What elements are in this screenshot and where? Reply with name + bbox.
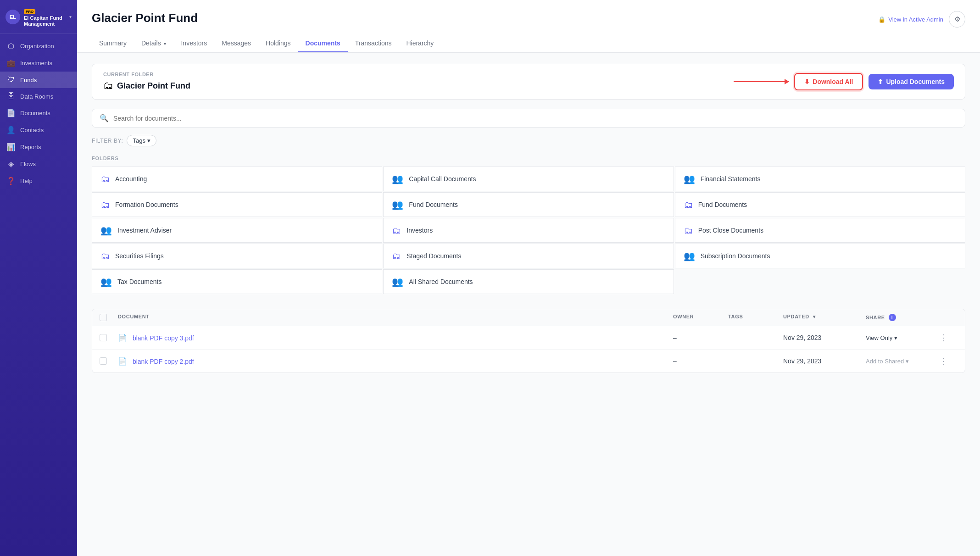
- tab-summary[interactable]: Summary: [92, 35, 134, 52]
- org-switcher[interactable]: EL PRO El Capitan Fund Management ▾: [0, 0, 77, 34]
- sidebar-item-investments[interactable]: 💼 Investments: [0, 55, 77, 72]
- sidebar-item-organization[interactable]: ⬡ Organization: [0, 38, 77, 55]
- arrow-indicator: [734, 81, 789, 82]
- current-folder-info: CURRENT FOLDER 🗂 Glacier Point Fund: [103, 72, 190, 92]
- upload-label: Upload Documents: [886, 78, 945, 85]
- folder-item-investors[interactable]: 🗂 Investors: [383, 218, 674, 243]
- share-cell: Add to Shared ▾: [866, 358, 939, 365]
- sidebar-item-data-rooms[interactable]: 🗄 Data Rooms: [0, 88, 77, 105]
- search-input[interactable]: [113, 115, 958, 122]
- current-folder-label: CURRENT FOLDER: [103, 72, 190, 77]
- settings-button[interactable]: ⚙: [949, 11, 965, 28]
- folder-icon: 🗂: [392, 225, 401, 236]
- share-column-header: SHARE i: [866, 314, 939, 321]
- select-all-checkbox[interactable]: [100, 314, 118, 321]
- help-icon: ❓: [6, 177, 16, 185]
- folder-item-name: Fund Documents: [409, 201, 458, 208]
- sidebar-item-label: Help: [20, 178, 33, 184]
- sidebar-item-contacts[interactable]: 👤 Contacts: [0, 122, 77, 139]
- folder-item-securities-filings[interactable]: 🗂 Securities Filings: [92, 244, 382, 268]
- chevron-down-icon: ▾: [69, 14, 72, 19]
- updated-cell: Nov 29, 2023: [783, 357, 866, 365]
- tab-transactions[interactable]: Transactions: [348, 35, 399, 52]
- data-rooms-icon: 🗄: [6, 92, 16, 100]
- folder-icon: 👥: [684, 173, 695, 184]
- tab-details[interactable]: Details ▾: [134, 35, 174, 52]
- sort-icon: ▼: [812, 314, 817, 319]
- row-checkbox[interactable]: [100, 334, 118, 341]
- folder-item-name: Staged Documents: [406, 252, 461, 260]
- sidebar-item-flows[interactable]: ◈ Flows: [0, 156, 77, 172]
- folder-bar: CURRENT FOLDER 🗂 Glacier Point Fund ⬇ Do…: [92, 64, 965, 100]
- folder-item-investment-adviser[interactable]: 👥 Investment Adviser: [92, 218, 382, 243]
- view-admin-label: View in Active Admin: [888, 16, 943, 23]
- sidebar-item-label: Funds: [20, 77, 37, 83]
- document-link[interactable]: blank PDF copy 3.pdf: [133, 334, 194, 342]
- folder-icon: 🗂: [392, 251, 401, 261]
- folder-item-fund-documents-1[interactable]: 👥 Fund Documents: [383, 192, 674, 217]
- folder-item-name: Financial Statements: [701, 175, 761, 183]
- folder-item-name: Investment Adviser: [117, 227, 172, 234]
- sidebar-item-documents[interactable]: 📄 Documents: [0, 105, 77, 122]
- folder-icon: 🗂: [103, 80, 113, 92]
- document-icon: 📄: [118, 357, 127, 365]
- sidebar-item-label: Investments: [20, 60, 52, 67]
- arrow-line: [734, 81, 789, 82]
- document-column-header: DOCUMENT: [118, 314, 673, 321]
- sidebar-item-label: Reports: [20, 144, 41, 150]
- chevron-down-icon: ▾: [147, 137, 150, 144]
- tab-messages[interactable]: Messages: [214, 35, 258, 52]
- upload-icon: ⬆: [878, 78, 883, 85]
- folder-item-tax-documents[interactable]: 👥 Tax Documents: [92, 269, 382, 294]
- view-admin-link[interactable]: 🔒 View in Active Admin: [878, 16, 943, 23]
- tags-column-header: TAGS: [728, 314, 783, 321]
- download-all-label: Download All: [813, 78, 853, 85]
- sidebar-item-funds[interactable]: 🛡 Funds: [0, 72, 77, 88]
- upload-documents-button[interactable]: ⬆ Upload Documents: [869, 74, 954, 89]
- folder-icon: 🗂: [100, 251, 110, 261]
- page-header: Glacier Point Fund 🔒 View in Active Admi…: [77, 0, 980, 53]
- folder-item-staged-documents[interactable]: 🗂 Staged Documents: [383, 244, 674, 268]
- document-link[interactable]: blank PDF copy 2.pdf: [133, 358, 194, 365]
- tab-documents[interactable]: Documents: [298, 35, 348, 52]
- document-name: 📄 blank PDF copy 3.pdf: [118, 334, 673, 342]
- row-checkbox[interactable]: [100, 357, 118, 365]
- folder-item-subscription-documents[interactable]: 👥 Subscription Documents: [675, 244, 965, 268]
- folder-item-capital-call[interactable]: 👥 Capital Call Documents: [383, 167, 674, 191]
- folder-item-name: All Shared Documents: [409, 278, 473, 285]
- folder-icon: 🗂: [684, 200, 693, 210]
- documents-table: DOCUMENT OWNER TAGS UPDATED ▼ SHARE i 📄 …: [92, 309, 965, 373]
- nav-tabs: SummaryDetails ▾InvestorsMessagesHolding…: [92, 35, 965, 52]
- sidebar-item-help[interactable]: ❓ Help: [0, 172, 77, 189]
- owner-column-header: OWNER: [673, 314, 728, 321]
- folder-item-fund-documents-2[interactable]: 🗂 Fund Documents: [675, 192, 965, 217]
- folder-item-name: Capital Call Documents: [409, 175, 476, 183]
- tab-hierarchy[interactable]: Hierarchy: [399, 35, 441, 52]
- tab-investors[interactable]: Investors: [173, 35, 214, 52]
- download-all-button[interactable]: ⬇ Download All: [794, 73, 863, 90]
- tab-holdings[interactable]: Holdings: [258, 35, 298, 52]
- document-name: 📄 blank PDF copy 2.pdf: [118, 357, 673, 366]
- more-actions[interactable]: ⋮: [939, 356, 958, 366]
- folder-item-all-shared[interactable]: 👥 All Shared Documents: [383, 269, 674, 294]
- folder-item-formation-documents[interactable]: 🗂 Formation Documents: [92, 192, 382, 217]
- sidebar-item-reports[interactable]: 📊 Reports: [0, 139, 77, 156]
- folder-icon: 👥: [392, 276, 403, 287]
- folder-item-name: Tax Documents: [117, 278, 161, 285]
- folder-item-financial-statements[interactable]: 👥 Financial Statements: [675, 167, 965, 191]
- share-dropdown[interactable]: Add to Shared ▾: [866, 358, 939, 365]
- more-actions[interactable]: ⋮: [939, 333, 958, 343]
- search-bar: 🔍: [92, 109, 965, 128]
- folder-item-accounting[interactable]: 🗂 Accounting: [92, 167, 382, 191]
- folder-item-name: Investors: [406, 227, 433, 234]
- share-dropdown[interactable]: View Only ▾: [866, 334, 939, 341]
- tags-filter-button[interactable]: Tags ▾: [127, 135, 156, 146]
- org-name: El Capitan Fund Management: [24, 15, 66, 27]
- folder-item-name: Fund Documents: [698, 201, 747, 208]
- organization-icon: ⬡: [6, 42, 16, 50]
- folder-item-post-close[interactable]: 🗂 Post Close Documents: [675, 218, 965, 243]
- folders-grid: 🗂 Accounting 👥 Capital Call Documents 👥 …: [92, 167, 965, 294]
- documents-icon: 📄: [6, 109, 16, 117]
- updated-cell: Nov 29, 2023: [783, 334, 866, 341]
- share-label: View Only: [866, 334, 892, 341]
